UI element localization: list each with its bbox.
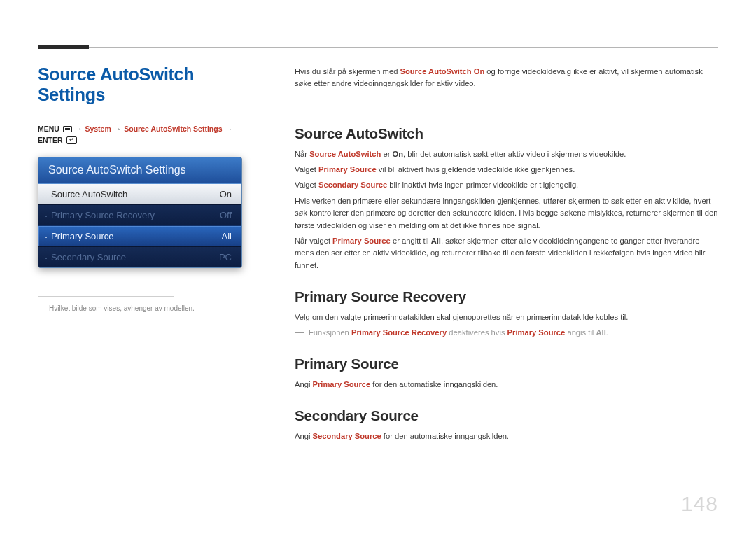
heading-primary-source: Primary Source — [295, 356, 718, 372]
body-text: Velg om den valgte primærinndatakilden s… — [295, 311, 718, 323]
settings-panel: Source AutoSwitch Settings Source AutoSw… — [38, 157, 242, 268]
menu-value: PC — [219, 252, 232, 262]
inline-accent: Source AutoSwitch On — [400, 67, 484, 76]
body-text: Angi Primary Source for den automatiske … — [295, 379, 718, 391]
breadcrumb-system: System — [85, 125, 111, 133]
page-title: Source AutoSwitch Settings — [38, 64, 242, 105]
arrow-icon: → — [75, 125, 83, 133]
footnote: ― Hvilket bilde som vises, avhenger av m… — [38, 304, 242, 314]
footnote-text: Hvilket bilde som vises, avhenger av mod… — [49, 304, 195, 314]
menu-value: Off — [220, 210, 232, 220]
menu-icon — [63, 126, 72, 132]
body-text: Valget Secondary Source blir inaktivt hv… — [295, 179, 718, 191]
divider — [38, 296, 174, 297]
body-text: Hvis verken den primære eller sekundære … — [295, 195, 718, 232]
enter-icon — [66, 136, 77, 144]
menu-label: Secondary Source — [51, 252, 126, 262]
menu-value: On — [220, 189, 232, 199]
menu-row-primary[interactable]: Primary Source All — [38, 225, 241, 246]
arrow-icon: → — [114, 125, 122, 133]
breadcrumb: MENU → System → Source AutoSwitch Settin… — [38, 125, 242, 144]
menu-row-secondary[interactable]: Secondary Source PC — [38, 246, 241, 267]
menu-label: Primary Source — [51, 231, 114, 241]
arrow-icon: → — [225, 125, 233, 133]
menu-row-autoswitch[interactable]: Source AutoSwitch On — [38, 184, 241, 204]
body-text: Når Source AutoSwitch er On, blir det au… — [295, 148, 718, 160]
menu-label: Source AutoSwitch — [51, 189, 127, 199]
intro-text: Hvis du slår på skjermen med Source Auto… — [295, 66, 718, 90]
menu-value: All — [222, 231, 232, 241]
dash-icon: ― — [295, 327, 304, 339]
body-text: Angi Secondary Source for den automatisk… — [295, 430, 718, 442]
menu-row-recovery[interactable]: Primary Source Recovery Off — [38, 204, 241, 225]
heading-source-autoswitch: Source AutoSwitch — [295, 125, 718, 142]
menu-list: Source AutoSwitch On Primary Source Reco… — [38, 184, 241, 267]
body-text: Valget Primary Source vil bli aktivert h… — [295, 164, 718, 176]
heading-secondary-source: Secondary Source — [295, 407, 718, 424]
top-rule — [38, 47, 718, 48]
body-text: Når valget Primary Source er angitt til … — [295, 235, 718, 272]
heading-primary-recovery: Primary Source Recovery — [295, 288, 718, 305]
menu-label: Primary Source Recovery — [51, 210, 155, 220]
note: ― Funksjonen Primary Source Recovery dea… — [295, 327, 718, 339]
panel-header: Source AutoSwitch Settings — [38, 157, 241, 184]
page-number: 148 — [681, 492, 718, 516]
dash-icon: ― — [38, 304, 45, 314]
breadcrumb-enter: ENTER — [38, 136, 63, 144]
breadcrumb-settings: Source AutoSwitch Settings — [124, 125, 222, 133]
breadcrumb-menu: MENU — [38, 125, 59, 133]
